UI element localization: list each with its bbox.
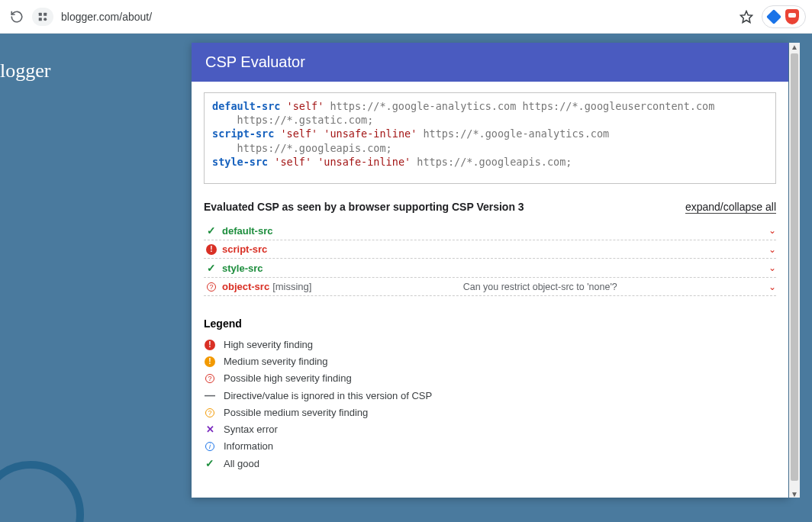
bg-decoration: [0, 461, 84, 522]
directive-name: default-src: [222, 225, 272, 237]
reload-icon[interactable]: [6, 6, 27, 27]
browser-toolbar: blogger.com/about/: [0, 0, 812, 34]
directive-note: Can you restrict object-src to 'none'?: [311, 282, 768, 292]
directives-list: ✓default-src⌄!script-src⌄✓style-src⌄?obj…: [204, 221, 776, 296]
csp-input-box[interactable]: default-src 'self' https://*.google-anal…: [204, 92, 776, 184]
chevron-down-icon[interactable]: ⌄: [768, 225, 776, 236]
directive-row-default-src[interactable]: ✓default-src⌄: [204, 221, 776, 240]
svg-point-3: [44, 18, 47, 21]
legend-label: Syntax error: [224, 424, 278, 435]
legend-item: !High severity finding: [204, 339, 776, 350]
legend-item: ✓All good: [204, 457, 776, 469]
legend-item: !Medium severity finding: [204, 356, 776, 367]
directive-row-object-src[interactable]: ?object-src [missing]Can you restrict ob…: [204, 278, 776, 296]
scrollbar-thumb[interactable]: [791, 53, 798, 481]
url-display[interactable]: blogger.com/about/: [58, 11, 731, 23]
error-icon: !: [205, 340, 215, 350]
scroll-up-arrow[interactable]: ▲: [789, 41, 800, 52]
possible-warning-icon: ?: [205, 408, 214, 417]
panel-scrollbar[interactable]: ▲ ▼: [789, 43, 800, 498]
evaluation-header: Evaluated CSP as seen by a browser suppo…: [204, 201, 776, 214]
legend-section: Legend !High severity finding!Medium sev…: [204, 317, 776, 469]
blogger-logo: logger: [0, 60, 50, 82]
legend-item: ✕Syntax error: [204, 424, 776, 435]
legend-label: Medium severity finding: [224, 356, 328, 367]
legend-item: ?Possible high severity finding: [204, 372, 776, 384]
scroll-down-arrow[interactable]: ▼: [789, 488, 800, 499]
directive-row-style-src[interactable]: ✓style-src⌄: [204, 259, 776, 278]
csp-evaluator-panel: CSP Evaluator default-src 'self' https:/…: [192, 43, 788, 498]
legend-label: Possible medium severity finding: [224, 407, 368, 418]
legend-label: Information: [224, 440, 273, 452]
directive-name: object-src: [222, 281, 269, 292]
legend-label: High severity finding: [224, 339, 313, 350]
warning-icon: !: [205, 356, 215, 367]
site-settings-icon[interactable]: [32, 8, 53, 26]
extensions-group: [762, 5, 806, 28]
check-icon: ✓: [207, 262, 216, 274]
extension-diamond-icon[interactable]: [768, 11, 779, 22]
possible-error-icon: ?: [207, 282, 216, 292]
evaluation-title: Evaluated CSP as seen by a browser suppo…: [204, 201, 524, 213]
svg-rect-2: [39, 18, 42, 21]
panel-title: CSP Evaluator: [192, 43, 788, 82]
dash-icon: —: [205, 389, 215, 401]
directive-inline-note: [missing]: [272, 281, 311, 292]
expand-collapse-all-link[interactable]: expand/collapse all: [685, 201, 776, 214]
legend-item: ?Possible medium severity finding: [204, 407, 776, 418]
x-icon: ✕: [206, 424, 214, 435]
check-icon: ✓: [207, 224, 216, 237]
svg-marker-4: [741, 11, 752, 22]
extension-shield-icon[interactable]: [785, 9, 799, 24]
legend-label: All good: [224, 458, 259, 469]
panel-body: default-src 'self' https://*.google-anal…: [192, 82, 788, 498]
check-icon: ✓: [205, 457, 214, 469]
directive-name: script-src: [222, 243, 267, 255]
legend-item: iInformation: [204, 440, 776, 452]
legend-label: Directive/value is ignored in this versi…: [224, 390, 432, 401]
chevron-down-icon[interactable]: ⌄: [768, 282, 776, 292]
bookmark-star-icon[interactable]: [736, 6, 757, 27]
legend-title: Legend: [204, 317, 776, 330]
possible-error-icon: ?: [205, 374, 214, 383]
error-icon: !: [206, 244, 217, 255]
svg-rect-0: [39, 12, 42, 15]
directive-name: style-src: [222, 263, 263, 274]
svg-rect-1: [44, 12, 47, 15]
page-background: logger CSP Evaluator default-src 'self' …: [0, 34, 812, 522]
legend-item: —Directive/value is ignored in this vers…: [204, 389, 776, 401]
chevron-down-icon[interactable]: ⌄: [768, 244, 776, 255]
directive-row-script-src[interactable]: !script-src⌄: [204, 240, 776, 259]
legend-label: Possible high severity finding: [224, 372, 352, 384]
chevron-down-icon[interactable]: ⌄: [768, 263, 776, 273]
info-icon: i: [205, 442, 214, 451]
